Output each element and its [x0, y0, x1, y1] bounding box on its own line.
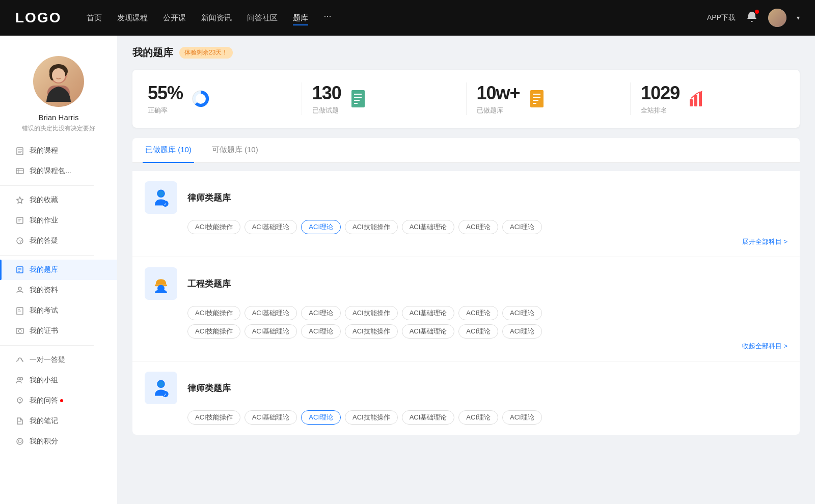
tab-done-banks[interactable]: 已做题库 (10) [143, 138, 194, 163]
group-icon [15, 376, 24, 385]
bank-2-tag-r2-5[interactable]: ACI理论 [458, 324, 498, 339]
bank-2-tag-r2-1[interactable]: ACI基础理论 [244, 324, 297, 339]
sidebar-label-certificate: 我的证书 [30, 326, 58, 335]
sidebar: Brian Harris 错误的决定比没有决定要好 我的课程 我的课程包... [0, 36, 117, 504]
bank-1-tag-4[interactable]: ACI基础理论 [402, 220, 455, 234]
bank-1-expand[interactable]: 展开全部科目 > [145, 234, 787, 246]
doc-yellow-icon [528, 89, 548, 108]
svg-point-53 [158, 190, 164, 197]
svg-rect-49 [694, 95, 697, 106]
logo: LOGO [15, 10, 61, 26]
bank-2-tag-r1-3[interactable]: ACI技能操作 [345, 306, 398, 320]
svg-point-27 [18, 329, 21, 332]
bank-3-tag-2[interactable]: ACI理论 [301, 410, 341, 425]
accuracy-label: 正确率 [148, 106, 183, 115]
sidebar-item-qa-help[interactable]: ? 我的答疑 [0, 231, 117, 251]
sidebar-item-notes[interactable]: 我的笔记 [0, 411, 117, 431]
nav-news[interactable]: 新闻资讯 [201, 11, 232, 25]
nav-open-course[interactable]: 公开课 [163, 11, 186, 25]
sidebar-item-exam[interactable]: 我的考试 [0, 300, 117, 321]
sidebar-item-questionbank[interactable]: 我的题库 [0, 260, 117, 280]
bank-3-tag-4[interactable]: ACI基础理论 [402, 410, 455, 425]
rank-label: 全站排名 [641, 106, 680, 115]
bank-2-tag-r2-3[interactable]: ACI技能操作 [345, 324, 398, 339]
bank-1-tag-3[interactable]: ACI技能操作 [345, 220, 398, 234]
bank-2-tag-r2-0[interactable]: ACI技能操作 [187, 324, 240, 339]
nav-qa[interactable]: 问答社区 [247, 11, 278, 25]
nav-more[interactable]: ··· [323, 11, 331, 25]
bank-1-tag-2[interactable]: ACI理论 [301, 220, 341, 234]
bank-3-tag-1[interactable]: ACI基础理论 [244, 410, 297, 425]
bank-2-tag-r1-5[interactable]: ACI理论 [458, 306, 498, 320]
bank-2-tag-r2-4[interactable]: ACI基础理论 [402, 324, 455, 339]
accuracy-value: 55% [148, 82, 183, 104]
user-avatar[interactable] [768, 9, 786, 27]
sidebar-label-exam: 我的考试 [30, 306, 58, 315]
bank-card-2-header: 工程类题库 [145, 267, 787, 300]
navbar: LOGO 首页 发现课程 公开课 新闻资讯 问答社区 题库 ··· APP下载 … [0, 0, 815, 36]
tabs-and-content: 已做题库 (10) 可做题库 (10) [132, 138, 800, 435]
svg-point-34 [17, 438, 23, 444]
stat-rank: 1029 全站排名 [641, 82, 784, 115]
profile-icon [15, 286, 24, 295]
app-download-button[interactable]: APP下载 [707, 13, 736, 22]
bank-1-tag-1[interactable]: ACI基础理论 [244, 220, 297, 234]
bank-3-tag-0[interactable]: ACI技能操作 [187, 410, 240, 425]
svg-text:✓: ✓ [164, 202, 167, 207]
stat-banks-done: 10w+ 已做题库 [477, 82, 631, 115]
sidebar-item-one-on-one[interactable]: 一对一答疑 [0, 350, 117, 370]
svg-text:✓: ✓ [164, 393, 167, 397]
svg-point-29 [20, 378, 23, 380]
svg-rect-48 [690, 99, 693, 106]
bank-2-tag-r1-2[interactable]: ACI理论 [301, 306, 341, 320]
sidebar-label-course: 我的课程 [30, 146, 58, 155]
bank-3-tag-5[interactable]: ACI理论 [458, 410, 498, 425]
bank-2-tag-r1-6[interactable]: ACI理论 [502, 306, 542, 320]
stat-questions-done: 130 已做试题 [312, 82, 467, 115]
bank-2-tag-r2-6[interactable]: ACI理论 [502, 324, 542, 339]
sidebar-divider-1 [0, 185, 94, 186]
bank-2-collapse[interactable]: 收起全部科目 > [145, 339, 787, 351]
lawyer-bank-icon-1: ✓ [145, 181, 177, 214]
tab-available-banks[interactable]: 可做题库 (10) [209, 138, 261, 163]
one-on-one-icon [15, 355, 24, 365]
bank-2-tag-r2-2[interactable]: ACI理论 [301, 324, 341, 339]
svg-rect-9 [16, 169, 23, 174]
bank-2-tag-r1-1[interactable]: ACI基础理论 [244, 306, 297, 320]
nav-dropdown-arrow[interactable]: ▾ [797, 14, 800, 21]
svg-marker-12 [17, 197, 23, 203]
nav-home[interactable]: 首页 [87, 11, 102, 25]
sidebar-item-certificate[interactable]: 我的证书 [0, 321, 117, 341]
sidebar-item-my-qa[interactable]: ? 我的问答 [0, 390, 117, 411]
nav-discover[interactable]: 发现课程 [117, 11, 148, 25]
nav-right: APP下载 ▾ [707, 9, 800, 27]
nav-questionbank[interactable]: 题库 [293, 11, 308, 25]
sidebar-item-group[interactable]: 我的小组 [0, 370, 117, 390]
bank-card-2-tags-row1: ACI技能操作 ACI基础理论 ACI理论 ACI技能操作 ACI基础理论 AC… [145, 306, 787, 320]
homework-icon [15, 216, 24, 225]
bank-1-tag-0[interactable]: ACI技能操作 [187, 220, 240, 234]
sidebar-label-notes: 我的笔记 [30, 416, 58, 426]
course-pkg-icon [15, 166, 24, 176]
bank-2-tag-r1-4[interactable]: ACI基础理论 [402, 306, 455, 320]
bank-cards-list: ✓ 律师类题库 ACI技能操作 ACI基础理论 ACI理论 ACI技能操作 AC… [132, 171, 800, 435]
bank-1-tag-5[interactable]: ACI理论 [458, 220, 498, 234]
svg-text:?: ? [19, 399, 21, 402]
bank-3-tag-6[interactable]: ACI理论 [502, 410, 542, 425]
notification-bell[interactable] [746, 11, 758, 25]
nav-links: 首页 发现课程 公开课 新闻资讯 问答社区 题库 ··· [87, 11, 707, 25]
sidebar-item-profile[interactable]: 我的资料 [0, 280, 117, 300]
sidebar-item-course[interactable]: 我的课程 [0, 141, 117, 161]
sidebar-item-points[interactable]: 我的积分 [0, 431, 117, 452]
bank-card-3-title: 律师类题库 [187, 382, 231, 394]
bank-1-tag-6[interactable]: ACI理论 [502, 220, 542, 234]
sidebar-item-homework[interactable]: 我的作业 [0, 210, 117, 231]
certificate-icon [15, 326, 24, 335]
svg-rect-43 [530, 90, 544, 107]
sidebar-item-course-pkg[interactable]: 我的课程包... [0, 161, 117, 181]
bank-2-tag-r1-0[interactable]: ACI技能操作 [187, 306, 240, 320]
bank-card-1-header: ✓ 律师类题库 [145, 181, 787, 214]
svg-rect-50 [699, 92, 702, 106]
sidebar-item-favorites[interactable]: 我的收藏 [0, 190, 117, 210]
bank-3-tag-3[interactable]: ACI技能操作 [345, 410, 398, 425]
